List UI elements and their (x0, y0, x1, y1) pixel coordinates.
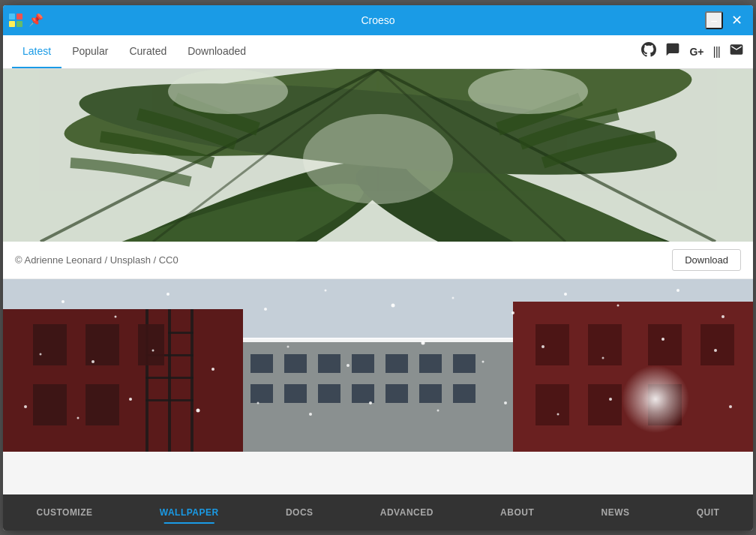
svg-point-72 (482, 360, 484, 362)
svg-point-80 (196, 408, 200, 412)
svg-rect-46 (588, 324, 622, 365)
svg-point-11 (303, 114, 453, 204)
svg-point-65 (40, 353, 42, 355)
bottom-nav-advanced[interactable]: ADVANCED (368, 501, 446, 524)
svg-point-57 (325, 289, 327, 291)
app-icon (9, 14, 22, 27)
svg-point-56 (264, 308, 267, 311)
svg-rect-22 (453, 354, 476, 373)
svg-point-73 (542, 345, 544, 348)
svg-rect-39 (33, 324, 67, 365)
bottom-nav-about[interactable]: ABOUT (488, 501, 546, 524)
svg-rect-28 (419, 384, 442, 403)
svg-rect-27 (386, 384, 408, 403)
svg-rect-32 (190, 309, 194, 452)
svg-point-63 (676, 289, 680, 292)
svg-rect-37 (146, 377, 194, 379)
svg-point-62 (617, 304, 620, 306)
svg-rect-33 (168, 309, 171, 452)
bottom-nav-customize[interactable]: CUSTOMIZE (25, 501, 105, 524)
svg-rect-40 (86, 324, 119, 365)
nav-tabs: Latest Popular Curated Downloaded (12, 35, 256, 68)
svg-point-71 (422, 341, 425, 344)
tab-latest[interactable]: Latest (12, 35, 62, 68)
svg-rect-50 (588, 384, 622, 425)
minimize-button[interactable]: – (705, 11, 723, 29)
svg-rect-42 (33, 384, 67, 425)
pin-button[interactable]: 📌 (28, 13, 44, 27)
svg-rect-26 (352, 384, 374, 403)
svg-point-67 (152, 349, 154, 351)
bottom-nav-docs[interactable]: DOCS (274, 501, 326, 524)
svg-rect-16 (250, 354, 273, 373)
app-window: 📌 Croeso – ✕ Latest Popular Curated Down… (3, 5, 753, 530)
svg-rect-45 (536, 324, 569, 365)
svg-point-79 (129, 398, 132, 401)
svg-rect-29 (453, 384, 476, 403)
bottom-nav-wallpaper[interactable]: WALLPAPER (148, 501, 231, 524)
svg-point-78 (77, 416, 80, 419)
svg-rect-48 (700, 324, 734, 365)
svg-point-77 (24, 405, 27, 408)
svg-point-74 (602, 356, 604, 359)
bottom-nav-news[interactable]: NEWS (589, 501, 641, 524)
svg-point-58 (392, 303, 395, 307)
svg-point-64 (722, 315, 724, 318)
tab-popular[interactable]: Popular (62, 35, 118, 68)
svg-point-81 (257, 401, 260, 404)
svg-point-75 (662, 338, 664, 341)
svg-rect-41 (138, 324, 164, 365)
svg-point-60 (512, 311, 514, 314)
bars-icon[interactable]: ||| (713, 45, 720, 59)
wallpaper-card-1: © Adrienne Leonard / Unsplash / CC0 Down… (3, 69, 753, 279)
navbar: Latest Popular Curated Downloaded G+ ||| (3, 35, 753, 69)
github-icon[interactable] (641, 42, 656, 61)
snow-svg (3, 279, 753, 452)
svg-point-54 (115, 315, 117, 317)
svg-point-12 (168, 69, 288, 114)
mail-icon[interactable] (729, 42, 744, 61)
svg-rect-38 (146, 399, 194, 401)
wallpaper-meta-1: © Adrienne Leonard / Unsplash / CC0 Down… (3, 242, 753, 279)
svg-rect-17 (284, 354, 307, 373)
svg-point-52 (622, 365, 689, 433)
wallpaper-image-1 (3, 69, 753, 242)
svg-point-76 (714, 349, 717, 352)
svg-point-53 (62, 300, 64, 303)
svg-point-86 (557, 413, 560, 415)
svg-point-84 (437, 409, 440, 411)
main-content: © Adrienne Leonard / Unsplash / CC0 Down… (3, 69, 753, 494)
svg-point-61 (564, 293, 567, 296)
svg-rect-19 (352, 354, 374, 373)
tab-curated[interactable]: Curated (118, 35, 177, 68)
titlebar: 📌 Croeso – ✕ (3, 5, 753, 35)
wallpaper-card-2 (3, 279, 753, 452)
close-button[interactable]: ✕ (726, 10, 747, 31)
googleplus-icon[interactable]: G+ (689, 46, 704, 58)
svg-point-13 (468, 69, 588, 114)
svg-rect-35 (168, 332, 194, 334)
svg-point-69 (287, 345, 290, 347)
svg-rect-24 (284, 384, 307, 403)
svg-rect-21 (419, 354, 442, 373)
titlebar-controls: – ✕ (705, 10, 747, 31)
svg-point-70 (346, 364, 350, 367)
chat-icon[interactable] (665, 42, 680, 61)
svg-rect-25 (318, 384, 340, 403)
svg-point-88 (729, 405, 732, 408)
tab-downloaded[interactable]: Downloaded (177, 35, 256, 68)
download-button-1[interactable]: Download (672, 249, 741, 271)
svg-rect-47 (648, 324, 682, 365)
svg-point-85 (504, 401, 507, 404)
svg-rect-49 (536, 384, 569, 425)
wallpaper-credit-1: © Adrienne Leonard / Unsplash / CC0 (15, 254, 178, 266)
palm-svg (3, 69, 753, 242)
svg-point-55 (166, 293, 170, 296)
svg-rect-43 (86, 384, 119, 425)
bottom-nav: CUSTOMIZE WALLPAPER DOCS ADVANCED ABOUT … (3, 494, 753, 530)
svg-rect-18 (318, 354, 340, 373)
svg-point-82 (309, 413, 312, 416)
bottom-nav-quit[interactable]: QUIT (685, 501, 732, 524)
svg-point-68 (212, 368, 214, 371)
window-title: Croeso (361, 14, 394, 26)
